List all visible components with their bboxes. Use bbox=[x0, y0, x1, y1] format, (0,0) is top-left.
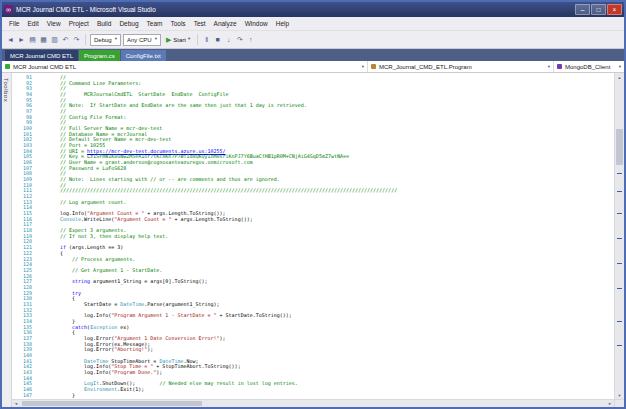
step-over-icon[interactable]: ↷ bbox=[235, 34, 244, 46]
member-icon bbox=[557, 64, 562, 69]
toolbar: ◄►▤▦▥↶↷ Debug ▾ Any CPU ▾ ▶ Start ▾ ‖■↓↷… bbox=[2, 31, 624, 49]
play-icon: ▶ bbox=[166, 36, 171, 43]
toolbar-left-icons: ◄►▤▦▥↶↷ bbox=[6, 34, 81, 46]
menu-item-view[interactable]: View bbox=[43, 20, 65, 27]
start-debugging-button[interactable]: ▶ Start ▾ bbox=[163, 36, 193, 43]
platform-value: Any CPU bbox=[127, 37, 152, 43]
toolbar-separator bbox=[197, 34, 198, 45]
scroll-annotation-mark bbox=[617, 263, 622, 264]
new-file-icon[interactable]: ▤ bbox=[28, 34, 37, 46]
debug-configuration-value: Debug bbox=[94, 37, 112, 43]
debug-configuration-dropdown[interactable]: Debug ▾ bbox=[90, 34, 121, 46]
scrollbar-corner bbox=[614, 399, 624, 407]
chevron-down-icon: ▾ bbox=[362, 64, 364, 69]
code-line: 147 } bbox=[12, 393, 614, 399]
tab-strip: MCR Journal CMD ETLProgram.csConfigFile.… bbox=[2, 49, 624, 61]
menu-item-edit[interactable]: Edit bbox=[23, 20, 42, 27]
menu-item-debug[interactable]: Debug bbox=[115, 20, 142, 27]
chevron-down-icon: ▾ bbox=[155, 37, 157, 42]
start-label: Start bbox=[173, 37, 186, 43]
step-out-icon[interactable]: ↑ bbox=[246, 34, 255, 46]
vs-main-window: ∞ MCR Journal CMD ETL - Microsoft Visual… bbox=[0, 0, 626, 409]
toolbox-collapsed-tab[interactable]: Toolbox bbox=[3, 78, 9, 102]
project-dropdown-value: MCR Journal CMD ETL bbox=[13, 64, 76, 70]
open-file-icon[interactable]: ▦ bbox=[39, 34, 48, 46]
toolbar-right-icons: ‖■↓↷↑ bbox=[202, 34, 255, 46]
menu-item-project[interactable]: Project bbox=[65, 20, 93, 27]
close-icon[interactable]: × bbox=[607, 4, 622, 15]
scroll-annotation-mark bbox=[617, 238, 622, 239]
horizontal-scrollbar[interactable]: ◄ ► bbox=[12, 399, 614, 407]
chevron-down-icon: ▾ bbox=[548, 64, 550, 69]
titlebar: ∞ MCR Journal CMD ETL - Microsoft Visual… bbox=[2, 2, 624, 17]
scroll-annotation-mark bbox=[617, 173, 622, 174]
csharp-project-icon bbox=[5, 64, 10, 69]
scroll-down-icon[interactable]: ▼ bbox=[615, 391, 624, 399]
undo-icon[interactable]: ↶ bbox=[61, 34, 70, 46]
scroll-annotation-mark bbox=[617, 288, 622, 289]
member-dropdown[interactable]: MongoDB_Client ▾ bbox=[554, 61, 624, 72]
menu-item-file[interactable]: File bbox=[5, 20, 23, 27]
forward-icon[interactable]: ► bbox=[17, 34, 26, 46]
type-dropdown[interactable]: MCR_Journal_CMD_ETL.Program ▾ bbox=[368, 61, 554, 72]
window-title: MCR Journal CMD ETL - Microsoft Visual S… bbox=[16, 6, 156, 13]
code-editor[interactable]: 91//92// Command Line Parameters:93//94/… bbox=[12, 73, 614, 399]
main-area: Toolbox 91//92// Command Line Parameters… bbox=[2, 73, 624, 407]
chevron-down-icon: ▾ bbox=[115, 37, 117, 42]
member-dropdown-value: MongoDB_Client bbox=[565, 64, 610, 70]
minimize-icon[interactable]: – bbox=[575, 4, 590, 15]
redo-icon[interactable]: ↷ bbox=[72, 34, 81, 46]
tab-mcr-journal-cmd-etl[interactable]: MCR Journal CMD ETL bbox=[5, 50, 78, 61]
maximize-icon[interactable]: □ bbox=[591, 4, 606, 15]
navigation-bar: MCR Journal CMD ETL ▾ MCR_Journal_CMD_ET… bbox=[2, 61, 624, 73]
scroll-annotation-mark bbox=[617, 345, 622, 346]
toolbar-separator bbox=[85, 34, 86, 45]
tab-configfile-txt[interactable]: ConfigFile.txt bbox=[121, 50, 166, 61]
menu-item-test[interactable]: Test bbox=[190, 20, 210, 27]
code-lines: 91//92// Command Line Parameters:93//94/… bbox=[12, 75, 614, 398]
step-into-icon[interactable]: ↓ bbox=[224, 34, 233, 46]
menu-item-build[interactable]: Build bbox=[93, 20, 115, 27]
project-dropdown[interactable]: MCR Journal CMD ETL ▾ bbox=[2, 61, 368, 72]
vertical-scrollbar-thumb[interactable] bbox=[616, 129, 623, 165]
menu-item-analyze[interactable]: Analyze bbox=[210, 20, 241, 27]
scroll-annotation-mark bbox=[617, 191, 622, 192]
chevron-down-icon: ▾ bbox=[619, 64, 621, 69]
pause-icon[interactable]: ‖ bbox=[202, 34, 211, 46]
back-icon[interactable]: ◄ bbox=[6, 34, 15, 46]
platform-dropdown[interactable]: Any CPU ▾ bbox=[123, 34, 161, 46]
save-icon[interactable]: ▥ bbox=[50, 34, 59, 46]
left-dock-strip: Toolbox bbox=[2, 73, 12, 407]
scroll-annotation-mark bbox=[617, 213, 622, 214]
scroll-up-icon[interactable]: ▲ bbox=[615, 73, 624, 81]
horizontal-scrollbar-row: ◄ ► bbox=[12, 399, 624, 407]
tab-program-cs[interactable]: Program.cs bbox=[79, 50, 120, 61]
class-icon bbox=[371, 64, 376, 69]
window-controls: –□× bbox=[575, 4, 622, 15]
line-number: 147 bbox=[12, 393, 38, 399]
menu-item-tools[interactable]: Tools bbox=[166, 20, 189, 27]
menu-item-window[interactable]: Window bbox=[241, 20, 272, 27]
scroll-right-icon[interactable]: ► bbox=[606, 401, 614, 406]
editor-pane: 91//92// Command Line Parameters:93//94/… bbox=[12, 73, 624, 407]
menu-item-team[interactable]: Team bbox=[143, 20, 167, 27]
visual-studio-logo-icon: ∞ bbox=[4, 5, 13, 14]
menu-item-help[interactable]: Help bbox=[272, 20, 293, 27]
type-dropdown-value: MCR_Journal_CMD_ETL.Program bbox=[379, 64, 472, 70]
chevron-down-icon: ▾ bbox=[188, 37, 190, 42]
menu-bar: FileEditViewProjectBuildDebugTeamToolsTe… bbox=[2, 17, 624, 31]
stop-icon[interactable]: ■ bbox=[213, 34, 222, 46]
vertical-scrollbar[interactable]: ▲ ▼ bbox=[614, 73, 624, 399]
horizontal-scrollbar-thumb[interactable] bbox=[22, 401, 202, 406]
scroll-annotation-mark bbox=[617, 321, 622, 322]
scroll-left-icon[interactable]: ◄ bbox=[12, 401, 20, 406]
